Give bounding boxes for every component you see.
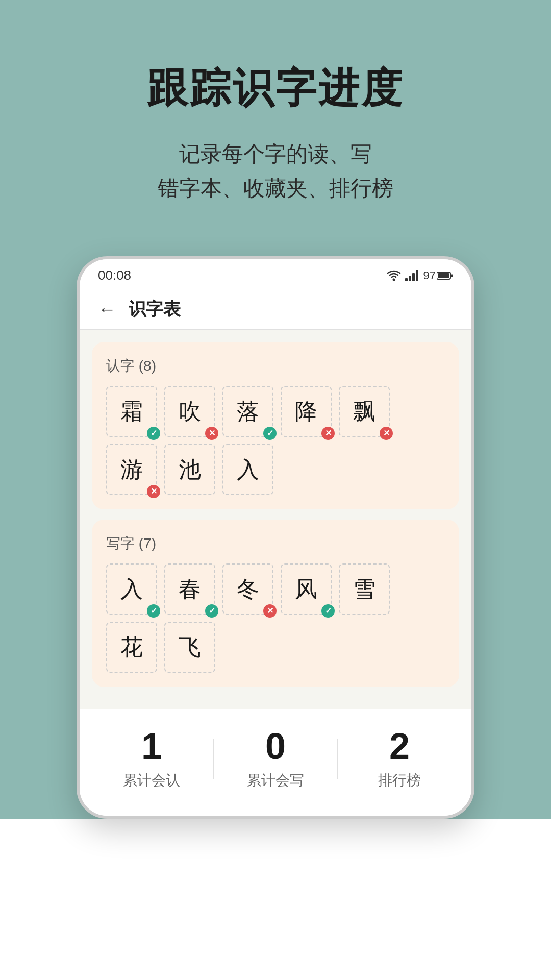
- char-cell-xue[interactable]: 雪: [339, 564, 390, 615]
- badge-cross: ✕: [380, 427, 393, 440]
- char-cell-shuang[interactable]: 霜 ✓: [106, 386, 157, 437]
- status-time: 00:08: [98, 267, 131, 283]
- badge-check: ✓: [205, 604, 218, 618]
- page-title: 跟踪识字进度: [41, 61, 510, 116]
- status-icons: 97: [387, 269, 453, 282]
- battery-level: 97: [423, 269, 436, 282]
- recognize-section: 认字 (8) 霜 ✓ 吹 ✕ 落 ✓: [92, 342, 459, 509]
- header-section: 跟踪识字进度 记录每个字的读、写 错字本、收藏夹、排行榜: [0, 0, 551, 236]
- char-cell-ru[interactable]: 入: [222, 444, 273, 495]
- svg-rect-1: [405, 278, 408, 281]
- stat-recognize: 1 累计会认: [90, 728, 213, 790]
- phone-mockup: 00:08 97: [77, 256, 474, 819]
- write-grid: 入 ✓ 春 ✓ 冬 ✕ 风 ✓: [106, 564, 445, 673]
- wifi-icon: [387, 270, 401, 281]
- char-cell-dong[interactable]: 冬 ✕: [222, 564, 273, 615]
- svg-rect-6: [438, 273, 449, 278]
- battery-icon: [437, 271, 453, 280]
- char-cell-hua[interactable]: 花: [106, 622, 157, 673]
- subtitle: 记录每个字的读、写 错字本、收藏夹、排行榜: [41, 137, 510, 205]
- stat-ranking-label: 排行榜: [338, 771, 461, 790]
- badge-cross: ✕: [147, 485, 160, 498]
- content-area: 认字 (8) 霜 ✓ 吹 ✕ 落 ✓: [80, 330, 471, 709]
- bottom-white-area: [0, 819, 551, 980]
- status-bar: 00:08 97: [80, 259, 471, 287]
- char-cell-chi[interactable]: 池: [164, 444, 215, 495]
- stat-write-number: 0: [214, 728, 337, 765]
- svg-rect-4: [416, 270, 418, 281]
- recognize-label: 认字 (8): [106, 356, 445, 376]
- navigation-bar: ← 识字表: [80, 287, 471, 330]
- char-cell-ru-w[interactable]: 入 ✓: [106, 564, 157, 615]
- nav-title: 识字表: [129, 298, 181, 321]
- badge-check: ✓: [147, 427, 160, 440]
- char-cell-chun[interactable]: 春 ✓: [164, 564, 215, 615]
- signal-icon: [405, 270, 419, 281]
- stat-recognize-label: 累计会认: [90, 771, 213, 790]
- char-cell-fei[interactable]: 飞: [164, 622, 215, 673]
- stat-recognize-number: 1: [90, 728, 213, 765]
- stat-ranking: 2 排行榜: [338, 728, 461, 790]
- char-cell-you[interactable]: 游 ✕: [106, 444, 157, 495]
- badge-check: ✓: [147, 604, 160, 618]
- phone-frame: 00:08 97: [77, 256, 474, 819]
- stat-write: 0 累计会写: [214, 728, 337, 790]
- svg-rect-3: [412, 273, 415, 281]
- char-cell-luo[interactable]: 落 ✓: [222, 386, 273, 437]
- badge-check: ✓: [263, 427, 277, 440]
- svg-rect-2: [409, 276, 411, 281]
- stat-write-label: 累计会写: [214, 771, 337, 790]
- back-button[interactable]: ←: [98, 299, 116, 320]
- char-cell-jiang[interactable]: 降 ✕: [281, 386, 332, 437]
- stat-ranking-number: 2: [338, 728, 461, 765]
- badge-check: ✓: [321, 604, 335, 618]
- battery-indicator: 97: [423, 269, 453, 282]
- badge-cross: ✕: [263, 604, 277, 618]
- char-cell-chui[interactable]: 吹 ✕: [164, 386, 215, 437]
- svg-rect-7: [451, 274, 453, 277]
- char-cell-feng[interactable]: 风 ✓: [281, 564, 332, 615]
- svg-point-0: [392, 278, 395, 281]
- write-label: 写字 (7): [106, 534, 445, 553]
- stats-bar: 1 累计会认 0 累计会写 2 排行榜: [80, 709, 471, 816]
- char-cell-piao[interactable]: 飘 ✕: [339, 386, 390, 437]
- badge-cross: ✕: [205, 427, 218, 440]
- write-section: 写字 (7) 入 ✓ 春 ✓ 冬 ✕: [92, 520, 459, 687]
- badge-cross: ✕: [321, 427, 335, 440]
- recognize-grid: 霜 ✓ 吹 ✕ 落 ✓ 降 ✕: [106, 386, 445, 495]
